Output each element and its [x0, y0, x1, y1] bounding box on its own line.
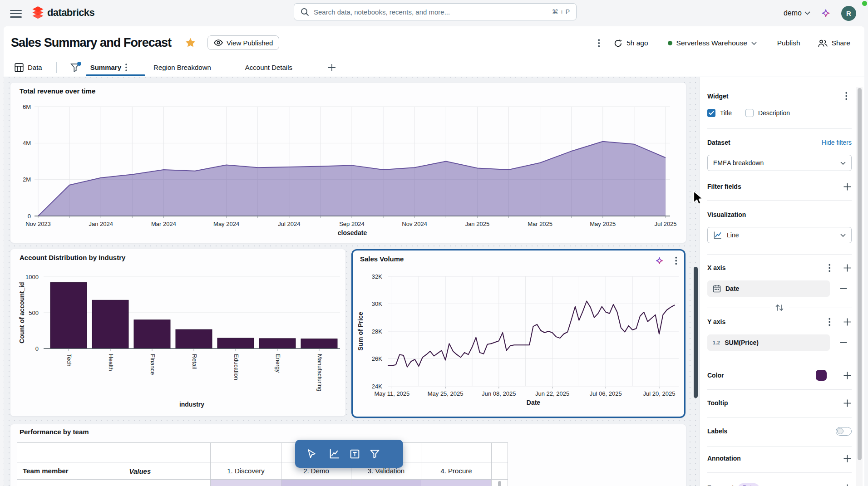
y-axis-field-pill[interactable]: 1.2 SUM(Price) — [707, 334, 830, 351]
canvas-scrollbar-thumb[interactable] — [694, 267, 698, 398]
svg-text:Sum of Price: Sum of Price — [357, 312, 364, 351]
x-axis-heading: X axis — [707, 264, 725, 271]
svg-text:Jul 06, 2025: Jul 06, 2025 — [590, 390, 622, 397]
publish-button[interactable]: Publish — [777, 39, 800, 47]
visualization-select[interactable]: Line — [707, 227, 852, 243]
tab-data[interactable]: Data — [15, 63, 42, 72]
add-x-axis-field-icon[interactable] — [843, 264, 852, 272]
add-text-tool[interactable] — [345, 444, 365, 464]
refresh-icon — [614, 39, 622, 48]
assistant-sparkle-icon[interactable] — [820, 8, 831, 19]
tooltip-heading: Tooltip — [707, 399, 728, 407]
performance-table: Team member Values 1. Discovery 2. Demo … — [17, 442, 508, 486]
mouse-cursor — [692, 191, 705, 206]
add-filter-field-icon[interactable] — [843, 182, 852, 191]
add-color-field-icon[interactable] — [843, 371, 852, 380]
tab-account-label: Account Details — [245, 64, 292, 71]
dashboard-canvas[interactable]: Total revenue over time 02M4M6MNov 2023J… — [4, 77, 699, 486]
panel-scrollbar-track[interactable] — [856, 87, 863, 486]
widget-assistant-sparkle-icon[interactable] — [655, 256, 664, 265]
svg-text:32K: 32K — [372, 273, 382, 280]
tab-summary[interactable]: Summary — [90, 64, 127, 71]
add-forecast-icon[interactable] — [843, 484, 852, 486]
add-visualization-tool[interactable] — [325, 444, 345, 464]
widget-options-kebab-icon[interactable] — [845, 92, 848, 100]
databricks-logo[interactable]: databricks — [32, 6, 94, 19]
add-tooltip-field-icon[interactable] — [843, 399, 852, 407]
col-discovery[interactable]: 1. Discovery — [211, 462, 281, 480]
global-search-input[interactable]: Search data, notebooks, recents, and mor… — [294, 3, 577, 20]
labels-toggle-off[interactable] — [836, 427, 852, 436]
color-heading: Color — [707, 372, 724, 379]
svg-text:0: 0 — [28, 213, 31, 220]
search-icon — [301, 8, 309, 16]
svg-text:Count of account_id: Count of account_id — [18, 282, 25, 343]
series-color-swatch[interactable] — [816, 370, 827, 381]
add-page-button[interactable] — [328, 64, 336, 72]
tab-separator — [56, 62, 57, 73]
recording-indicator-dot — [862, 1, 867, 6]
remove-y-axis-field-icon[interactable] — [839, 339, 848, 347]
svg-text:Jun 08, 2025: Jun 08, 2025 — [482, 390, 516, 397]
widget-total-revenue[interactable]: Total revenue over time 02M4M6MNov 2023J… — [10, 82, 686, 243]
hide-filters-link[interactable]: Hide filters — [822, 139, 852, 146]
add-filter-tool[interactable] — [365, 444, 385, 464]
svg-text:Retail: Retail — [191, 354, 198, 369]
add-annotation-icon[interactable] — [843, 454, 852, 463]
tab-region-label: Region Breakdown — [153, 64, 211, 71]
col-procure[interactable]: 4. Procure — [421, 462, 492, 480]
svg-text:Manufacturing: Manufacturing — [316, 354, 323, 391]
numeric-field-icon: 1.2 — [713, 340, 720, 345]
description-checkbox-label[interactable]: Description — [758, 109, 790, 117]
annotation-heading: Annotation — [707, 455, 741, 462]
warehouse-status-dot — [668, 41, 672, 45]
svg-text:Jan 2025: Jan 2025 — [465, 221, 490, 227]
tab-account-details[interactable]: Account Details — [245, 64, 292, 71]
favorite-star-icon[interactable] — [185, 38, 196, 48]
widget-title: Performance by team — [20, 428, 89, 436]
refresh-status[interactable]: 5h ago — [614, 39, 648, 48]
widget-account-distribution[interactable]: Account Distribution by Industry 0500100… — [10, 249, 346, 417]
svg-text:Date: Date — [527, 399, 541, 406]
select-pointer-tool[interactable] — [301, 444, 321, 464]
hamburger-menu-icon[interactable] — [10, 8, 22, 19]
x-axis-field-pill[interactable]: Date — [707, 280, 830, 297]
y-axis-field-name: SUM(Price) — [725, 339, 759, 346]
workspace-switcher[interactable]: demo — [784, 9, 810, 17]
swap-axes-icon[interactable] — [774, 303, 784, 313]
col-values[interactable]: Values — [129, 467, 151, 475]
x-axis-kebab-icon[interactable] — [829, 264, 831, 272]
user-avatar[interactable]: R — [841, 6, 856, 21]
svg-text:May 2024: May 2024 — [213, 221, 239, 227]
svg-text:Jul 20, 2025: Jul 20, 2025 — [643, 390, 676, 397]
widget-sales-volume-selected[interactable]: Sales Volume 24K26K28K30K32KMay 11, 2025… — [351, 249, 686, 418]
dataset-select[interactable]: EMEA breakdown — [707, 155, 852, 171]
dataset-select-value: EMEA breakdown — [713, 159, 840, 167]
share-button[interactable]: Share — [818, 39, 850, 47]
svg-text:24K: 24K — [372, 383, 382, 390]
warehouse-selector[interactable]: Serverless Warehouse — [668, 39, 757, 47]
plus-icon — [328, 64, 336, 72]
table-scrollbar-thumb[interactable] — [498, 481, 501, 486]
view-published-button[interactable]: View Published — [207, 35, 279, 50]
widget-kebab-icon[interactable] — [675, 256, 677, 265]
svg-text:Mar 2025: Mar 2025 — [528, 221, 552, 227]
svg-text:500: 500 — [29, 309, 39, 316]
page-filter-icon[interactable] — [70, 63, 80, 72]
table-group-header-row — [17, 443, 508, 462]
panel-scrollbar-thumb[interactable] — [858, 88, 862, 460]
description-checkbox[interactable] — [745, 109, 754, 117]
col-team-member[interactable]: Team member — [23, 467, 69, 475]
industry-bar-chart: 05001000TechHealthFinanceRetailEducation… — [10, 249, 346, 417]
sales-line-chart: 24K26K28K30K32KMay 11, 2025May 25, 2025J… — [353, 250, 684, 417]
view-published-label: View Published — [227, 39, 273, 47]
widget-title: Account Distribution by Industry — [20, 254, 125, 261]
title-checkbox[interactable] — [707, 109, 715, 117]
header-kebab-icon[interactable] — [598, 39, 600, 48]
y-axis-kebab-icon[interactable] — [829, 318, 831, 326]
remove-x-axis-field-icon[interactable] — [839, 285, 848, 293]
visualization-select-value: Line — [727, 231, 840, 239]
tab-region-breakdown[interactable]: Region Breakdown — [153, 64, 211, 71]
title-checkbox-label[interactable]: Title — [720, 109, 732, 117]
add-y-axis-field-icon[interactable] — [843, 318, 852, 326]
